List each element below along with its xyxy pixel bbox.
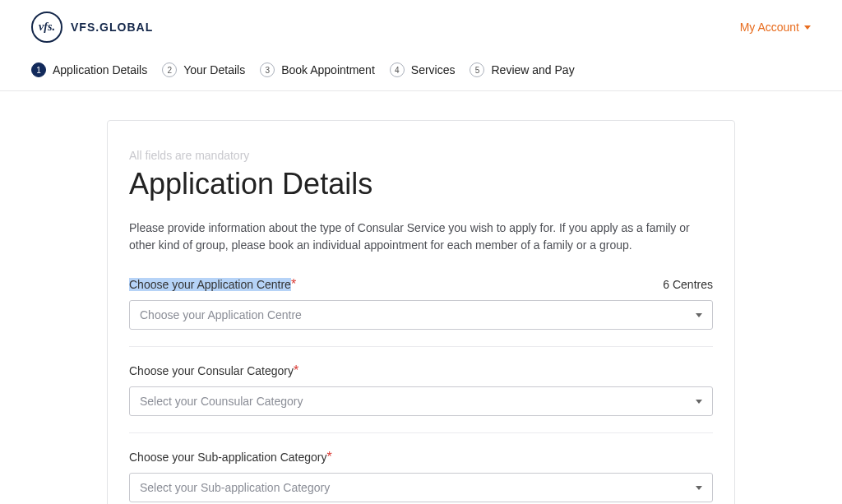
step-label: Book Appointment <box>281 63 375 76</box>
field-application-centre: Choose your Application Centre* 6 Centre… <box>129 277 713 347</box>
step-number-badge: 1 <box>31 62 46 77</box>
step-book-appointment[interactable]: 3 Book Appointment <box>260 62 375 77</box>
step-number-badge: 4 <box>390 62 405 77</box>
stepper: 1 Application Details 2 Your Details 3 B… <box>0 54 842 91</box>
application-details-card: All fields are mandatory Application Det… <box>107 120 735 504</box>
required-asterisk: * <box>294 363 298 377</box>
field-label-sub-category: Choose your Sub-application Category <box>129 451 326 464</box>
step-label: Application Details <box>53 63 147 76</box>
step-label: Review and Pay <box>491 63 574 76</box>
step-label: Services <box>411 63 456 76</box>
step-review-and-pay[interactable]: 5 Review and Pay <box>470 62 574 77</box>
chevron-down-icon <box>696 313 702 317</box>
select-placeholder: Select your Sub-application Category <box>140 481 330 494</box>
mandatory-note: All fields are mandatory <box>129 149 713 162</box>
logo-text: VFS.GLOBAL <box>71 21 153 34</box>
field-label-app-centre: Choose your Application Centre <box>129 278 291 291</box>
header: vfs. VFS.GLOBAL My Account <box>0 0 842 54</box>
centres-count: 6 Centres <box>663 278 713 291</box>
chevron-down-icon <box>696 400 702 404</box>
required-asterisk: * <box>326 450 331 464</box>
content-area: All fields are mandatory Application Det… <box>0 91 842 504</box>
field-sub-application-category: Choose your Sub-application Category* Se… <box>129 450 713 502</box>
logo-mark-icon: vfs. <box>31 12 62 43</box>
step-number-badge: 2 <box>162 62 177 77</box>
step-services[interactable]: 4 Services <box>390 62 456 77</box>
page-title: Application Details <box>129 167 713 201</box>
step-number-badge: 5 <box>470 62 484 77</box>
intro-text: Please provide information about the typ… <box>129 220 713 254</box>
my-account-label: My Account <box>740 21 799 34</box>
select-application-centre[interactable]: Choose your Application Centre <box>129 300 713 330</box>
logo[interactable]: vfs. VFS.GLOBAL <box>31 12 153 43</box>
step-your-details[interactable]: 2 Your Details <box>162 62 245 77</box>
select-sub-application-category[interactable]: Select your Sub-application Category <box>129 473 713 502</box>
select-placeholder: Select your Counsular Category <box>140 395 303 408</box>
step-label: Your Details <box>183 63 245 76</box>
step-application-details[interactable]: 1 Application Details <box>31 62 147 77</box>
select-placeholder: Choose your Application Centre <box>140 308 302 321</box>
chevron-down-icon <box>804 25 811 30</box>
field-consular-category: Choose your Consular Category* Select yo… <box>129 363 713 433</box>
select-consular-category[interactable]: Select your Counsular Category <box>129 386 713 416</box>
chevron-down-icon <box>696 486 702 490</box>
step-number-badge: 3 <box>260 62 275 77</box>
required-asterisk: * <box>291 277 296 291</box>
my-account-menu[interactable]: My Account <box>740 21 811 34</box>
field-label-consular-category: Choose your Consular Category <box>129 364 294 377</box>
